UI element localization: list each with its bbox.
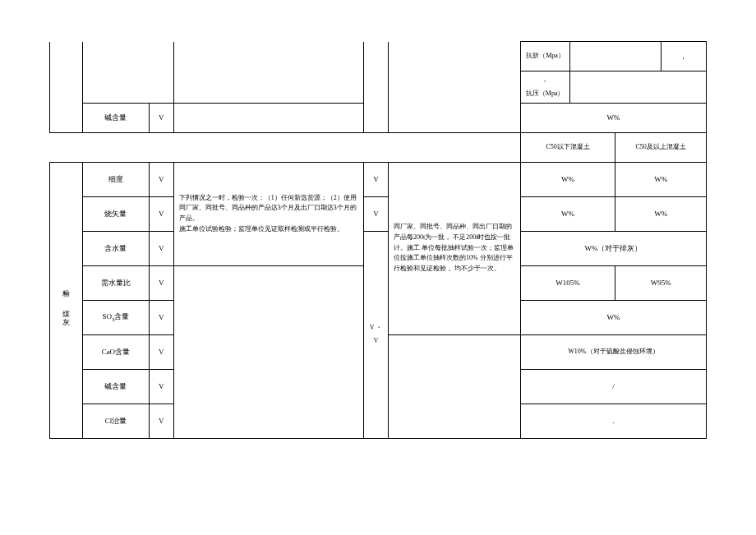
loi-v1: W% [520, 196, 615, 231]
top-blank-5 [389, 42, 521, 133]
demand-v1: W105% [520, 265, 615, 300]
alkali-top-mark: V [149, 103, 173, 132]
sampling-tail-blank [389, 334, 521, 438]
water-mark: V [149, 231, 173, 265]
so3-name: SO3含量 [83, 300, 149, 334]
water-val: W%（对于排灰） [520, 231, 706, 265]
demand-name: 需水量比 [83, 265, 149, 300]
top-blank-2 [83, 42, 174, 104]
fineness-smark: V [363, 162, 388, 196]
fineness-mark: V [149, 162, 173, 196]
so3-mark: V [149, 300, 173, 334]
demand-mark: V [149, 265, 173, 300]
mid-vmarks: V ・ V [363, 231, 388, 438]
concrete-below: C50以下混凝土 [520, 132, 615, 162]
concrete-header-blank [50, 132, 521, 162]
cao-val: W10%（对于硫酸盐侵蚀环境） [520, 334, 706, 369]
spec-table: 抗折（Mpa） ， ， 抗压（Mpa） 碱含量 V W% C50以下混凝土 C5… [49, 41, 707, 439]
sampling-block: 同厂家、同批号、同品种、同出厂日期的产品每200t为一批， 不足200t时也按一… [389, 162, 521, 334]
cao-mark: V [149, 334, 173, 369]
flexural-blank [570, 42, 662, 71]
alkali-mark: V [149, 369, 173, 404]
loi-mark: V [149, 196, 173, 231]
cl-val: . [520, 404, 706, 438]
fineness-v1: W% [520, 162, 615, 196]
so3-val: W% [520, 300, 706, 334]
loi-v2: W% [615, 196, 707, 231]
demand-desc-blank [173, 265, 363, 438]
cao-name: CaO含量 [83, 334, 149, 369]
compressive-mark: ， [526, 75, 565, 85]
flexural-val: ， [661, 42, 706, 71]
compressive-blank [570, 71, 707, 104]
alkali-top-name: 碱含量 [83, 103, 149, 132]
fineness-v2: W% [615, 162, 707, 196]
cl-name: Cl治量 [83, 404, 149, 438]
top-left-blank-1 [50, 42, 83, 133]
cl-mark: V [149, 404, 173, 438]
flexural-label: 抗折（Mpa） [520, 42, 569, 71]
compressive-label: 抗压（Mpa） [526, 89, 565, 99]
concrete-above: C50及以上混凝土 [615, 132, 707, 162]
loi-smark: V [363, 196, 388, 231]
water-name: 含水量 [83, 231, 149, 265]
top-blank-3 [173, 42, 363, 104]
alkali-top-value: W% [520, 103, 706, 132]
top-blank-4 [363, 42, 388, 133]
alkali-top-blank [173, 103, 363, 132]
loi-name: 烧矢量 [83, 196, 149, 231]
fineness-name: 细度 [83, 162, 149, 196]
category-label: 粉 # 煤 灰 [50, 162, 83, 438]
alkali-val: / [520, 369, 706, 404]
compressive-cell: ， 抗压（Mpa） [520, 71, 569, 104]
desc-block: 下列情况之一时，检验一次：（1）任何新选货源；（2）使用同厂家、同批号、同品种的… [173, 162, 363, 265]
alkali-name: 碱含量 [83, 369, 149, 404]
demand-v2: W95% [615, 265, 707, 300]
